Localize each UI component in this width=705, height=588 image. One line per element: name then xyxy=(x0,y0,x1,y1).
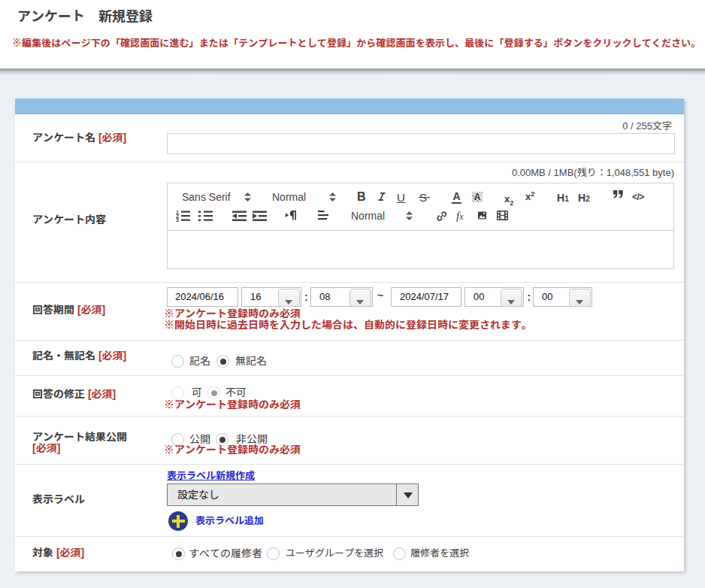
svg-text:3: 3 xyxy=(176,217,179,222)
